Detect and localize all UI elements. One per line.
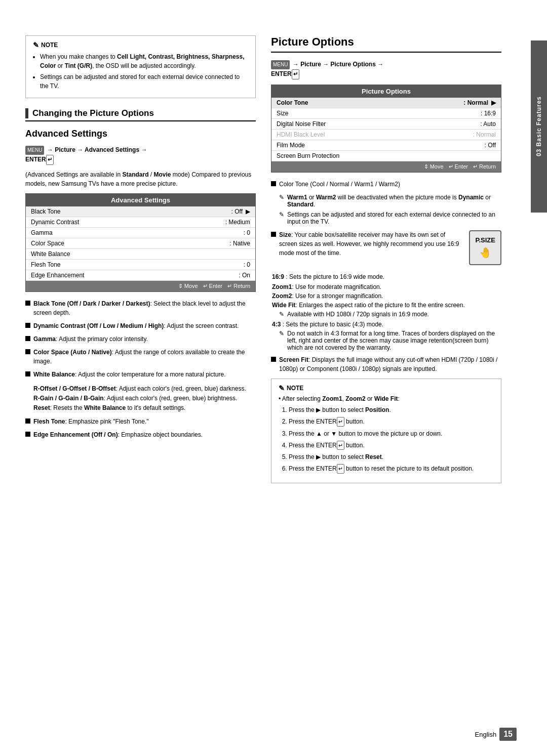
advanced-bullet-list: Black Tone (Off / Dark / Darker / Darkes… [25, 299, 256, 379]
digital-noise-label: Digital Noise Filter [277, 120, 326, 128]
pencil-icon-4: ✎ [279, 330, 284, 337]
table-row-edge-enhancement: Edge Enhancement : On [26, 270, 255, 281]
pic-menu-icon: MENU [271, 60, 290, 69]
psize-button[interactable]: P.SIZE 🤚 [469, 230, 501, 266]
bullet-dynamic-contrast [25, 323, 30, 328]
43-warning: ✎ Do not watch in 4:3 format for a long … [271, 330, 501, 351]
pic-row-size: Size : 16:9 [271, 108, 501, 119]
size-value: : 16:9 [481, 110, 496, 117]
list-item-gamma: Gamma: Adjust the primary color intensit… [25, 334, 256, 344]
enter-text: ENTER↵ [25, 156, 54, 163]
black-tone-arrow: ▶ [246, 208, 250, 215]
page-footer: English 15 [475, 728, 517, 741]
pic-menu-path-text: → Picture → Picture Options → [293, 61, 383, 68]
pencil-icon-2: ✎ [279, 211, 284, 218]
pic-options-bullets-top: Color Tone (Cool / Normal / Warm1 / Warm… [271, 180, 501, 189]
bullet-color-tone [271, 181, 276, 186]
step4-enter: ↵ [337, 441, 344, 450]
gamma-label: Gamma [31, 229, 53, 236]
list-item-flesh-tone: Flesh Tone: Emphasize pink "Flesh Tone." [25, 417, 256, 426]
picture-options-title: Picture Options [271, 35, 501, 53]
note-title-text: NOTE [41, 41, 58, 49]
step-1: Press the ▶ button to select Position. [289, 405, 494, 414]
picture-options-table: Picture Options Color Tone : Normal ▶ Si… [271, 85, 501, 173]
color-space-value: : Native [229, 240, 250, 247]
color-space-desc: Color Space (Auto / Native): Adjust the … [33, 348, 256, 366]
step6-enter: ↵ [337, 464, 344, 474]
black-tone-label: Black Tone [31, 208, 60, 215]
list-item-dynamic-contrast: Dynamic Contrast (Off / Low / Medium / H… [25, 321, 256, 330]
psize-hand-icon: 🤚 [475, 245, 495, 260]
43-desc: 4:3 : Sets the picture to basic (4:3) mo… [271, 321, 501, 328]
screen-fit-desc: Screen Fit: Displays the full image with… [279, 355, 501, 373]
note-icon-2: ✎ [279, 384, 285, 392]
table-row-black-tone: Black Tone : Off ▶ [26, 206, 255, 217]
note-item-1: When you make changes to Cell Light, Con… [40, 52, 248, 70]
list-item-black-tone: Black Tone (Off / Dark / Darker / Darkes… [25, 299, 256, 317]
warm-deactivation-note: ✎ Warm1 or Warm2 will be deactivated whe… [271, 194, 501, 208]
bullet-color-space [25, 349, 30, 354]
size-content: P.SIZE 🤚 Size: Your cable box/satellite … [279, 230, 501, 269]
color-tone-value: : Normal ▶ [463, 99, 496, 106]
flesh-tone-desc: Flesh Tone: Emphasize pink "Flesh Tone." [33, 417, 149, 426]
settings-stored-note: ✎ Settings can be adjusted and stored fo… [271, 211, 501, 225]
edge-enhancement-label: Edge Enhancement [31, 272, 84, 279]
advanced-description: (Advanced Settings are available in Stan… [25, 170, 256, 188]
table-row-flesh-tone: Flesh Tone : 0 [26, 260, 255, 270]
dynamic-contrast-value: : Medium [225, 219, 250, 226]
pic-row-screen-burn: Screen Burn Protection [271, 151, 501, 161]
step-3: Press the ▲ or ▼ button to move the pict… [289, 429, 494, 438]
advanced-bullet-list-2: Flesh Tone: Emphasize pink "Flesh Tone."… [25, 417, 256, 439]
color-tone-label: Color Tone [277, 99, 308, 106]
footer-move: ⇕ Move [178, 283, 198, 289]
color-tone-arrow: ▶ [491, 99, 496, 106]
zoom1-desc: Zoom1: Use for moderate magnification. [271, 283, 501, 290]
color-tone-header-text: Color Tone (Cool / Normal / Warm1 / Warm… [279, 180, 400, 189]
changing-section-header: Changing the Picture Options [25, 108, 256, 121]
note-box: ✎ NOTE When you make changes to Cell Lig… [25, 35, 256, 98]
hdmi-black-label: HDMI Black Level [277, 131, 325, 138]
menu-icon: MENU [25, 146, 44, 155]
list-item-white-balance: White Balance: Adjust the color temperat… [25, 370, 256, 379]
flesh-tone-value: : 0 [244, 261, 250, 268]
note-title: ✎ NOTE [33, 41, 248, 49]
list-item-color-space: Color Space (Auto / Native): Adjust the … [25, 348, 256, 366]
advanced-settings-header: Advanced Settings [25, 129, 256, 141]
step-5: Press the ▶ button to select Reset. [289, 452, 494, 461]
enter-icon: ↵ [46, 155, 54, 165]
advanced-settings-title: Advanced Settings [25, 129, 107, 139]
edge-enhancement-value: : On [239, 272, 250, 279]
step-2: Press the ENTER↵ button. [289, 417, 494, 427]
bullet-size [271, 232, 276, 237]
black-tone-value: : Off ▶ [231, 208, 250, 215]
size-label: Size [277, 110, 288, 117]
table-row-dynamic-contrast: Dynamic Contrast : Medium [26, 217, 255, 228]
wide-fit-desc: Wide Fit: Enlarges the aspect ratio of t… [271, 302, 501, 309]
hd-note-text: Available with HD 1080i / 720p signals i… [287, 311, 429, 318]
hdmi-black-value: : Normal [473, 131, 496, 138]
pic-row-digital-noise: Digital Noise Filter : Auto [271, 119, 501, 130]
pic-footer-move: ⇕ Move [424, 163, 444, 170]
settings-table-footer: ⇕ Move ↵ Enter ↵ Return [26, 281, 255, 291]
pic-row-film-mode: Film Mode : Off [271, 140, 501, 151]
step-4: Press the ENTER↵ button. [289, 441, 494, 450]
screen-fit-bullet: Screen Fit: Displays the full image with… [271, 355, 501, 373]
dynamic-contrast-label: Dynamic Contrast [31, 219, 79, 226]
note-item-2: Settings can be adjusted and stored for … [40, 72, 248, 91]
note-box-2: ✎ NOTE • After selecting Zoom1, Zoom2 or… [271, 379, 501, 483]
step-6: Press the ENTER↵ button to reset the pic… [289, 464, 494, 474]
bullet-white-balance [25, 371, 30, 376]
section-bar [25, 108, 28, 118]
side-tab: 03 Basic Features [531, 40, 547, 213]
film-mode-label: Film Mode [277, 142, 305, 149]
dynamic-contrast-desc: Dynamic Contrast (Off / Low / Medium / H… [33, 321, 239, 330]
gamma-desc: Gamma: Adjust the primary color intensit… [33, 334, 148, 344]
list-item-size: P.SIZE 🤚 Size: Your cable box/satellite … [271, 230, 501, 269]
pic-enter-text: ENTER↵ [271, 70, 299, 77]
pic-options-header: Picture Options [271, 85, 501, 98]
hd-note: ✎ Available with HD 1080i / 720p signals… [271, 311, 501, 318]
advanced-settings-table: Advanced Settings Black Tone : Off ▶ Dyn… [25, 193, 256, 292]
note-title-2: ✎ NOTE [279, 384, 494, 392]
footer-enter: ↵ Enter [203, 283, 222, 289]
pencil-icon-3: ✎ [279, 311, 284, 318]
